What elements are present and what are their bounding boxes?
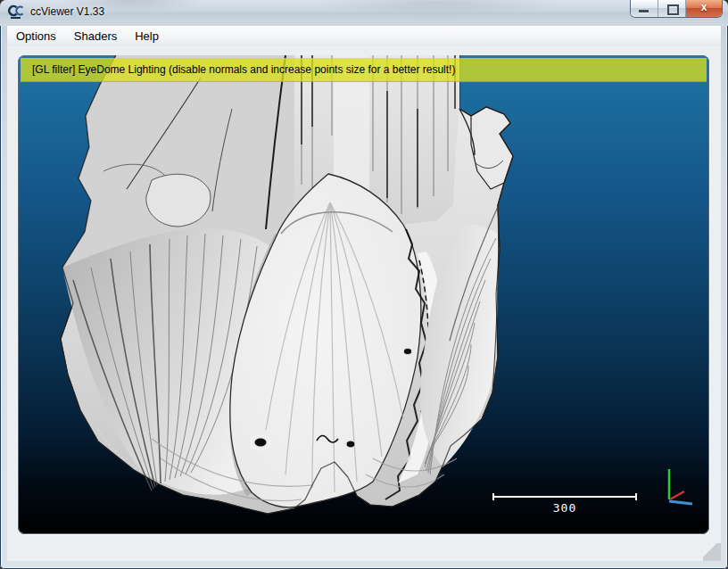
window-title: ccViewer V1.33 [30, 0, 104, 26]
axis-gizmo-icon [662, 466, 698, 507]
scale-bar-line [492, 496, 637, 498]
menu-shaders[interactable]: Shaders [65, 26, 126, 46]
minimize-icon [639, 10, 649, 12]
maximize-icon [667, 4, 679, 15]
scale-bar: 300 [492, 493, 637, 515]
app-window: ccViewer V1.33 x Options Shaders Help [0, 0, 728, 569]
resize-grip[interactable] [703, 543, 721, 561]
gl-filter-banner: [GL filter] EyeDome Lighting (disable no… [21, 58, 707, 82]
window-controls: x [631, 0, 722, 17]
close-button[interactable]: x [686, 0, 722, 17]
menu-help[interactable]: Help [126, 26, 168, 46]
scale-bar-label: 300 [492, 501, 637, 515]
titlebar-gloss [0, 0, 728, 26]
gl-filter-banner-text: [GL filter] EyeDome Lighting (disable no… [21, 58, 707, 81]
close-icon: x [686, 1, 722, 13]
title-bar[interactable]: ccViewer V1.33 x [0, 0, 728, 26]
minimize-button[interactable] [631, 0, 658, 17]
client-area: [GL filter] EyeDome Lighting (disable no… [7, 46, 721, 561]
cloudcompare-app-icon [8, 4, 26, 21]
menu-bar: Options Shaders Help [7, 26, 721, 47]
maximize-button[interactable] [658, 0, 686, 17]
axis-z-blue [669, 501, 692, 504]
axis-x-red [670, 491, 684, 499]
menu-options[interactable]: Options [7, 26, 65, 46]
gl-viewport[interactable]: [GL filter] EyeDome Lighting (disable no… [18, 55, 709, 534]
model-3d-render[interactable] [18, 55, 709, 534]
